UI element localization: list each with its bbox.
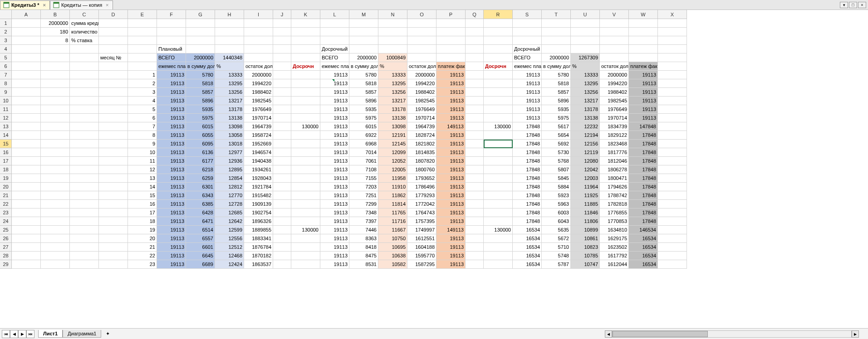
cell[interactable]: 5963 bbox=[542, 200, 571, 208]
cell[interactable]: 1779293 bbox=[407, 191, 436, 200]
cell[interactable]: 19113 bbox=[513, 88, 542, 97]
cell[interactable] bbox=[128, 28, 157, 36]
cell[interactable]: 1267309 bbox=[571, 53, 600, 62]
cell[interactable] bbox=[484, 165, 513, 174]
cell[interactable]: 19113 bbox=[157, 114, 186, 122]
row-header[interactable]: 24 bbox=[0, 217, 12, 226]
cell[interactable]: 1749997 bbox=[407, 226, 436, 234]
cell[interactable]: 1976649 bbox=[244, 105, 273, 114]
cell[interactable]: 1982545 bbox=[600, 97, 629, 105]
cell[interactable] bbox=[273, 97, 291, 105]
cell[interactable]: 17848 bbox=[629, 217, 658, 226]
column-header[interactable]: P bbox=[436, 10, 466, 19]
cell[interactable] bbox=[291, 165, 320, 174]
cell[interactable] bbox=[215, 36, 244, 45]
cell[interactable]: 1946574 bbox=[244, 148, 273, 157]
column-header[interactable]: S bbox=[513, 10, 542, 19]
cell[interactable]: 16534 bbox=[629, 234, 658, 243]
cell[interactable] bbox=[70, 71, 99, 79]
cell[interactable]: ежемес платеж bbox=[157, 62, 186, 71]
cell[interactable] bbox=[70, 165, 99, 174]
cell[interactable] bbox=[215, 28, 244, 36]
cell[interactable]: 17848 bbox=[513, 183, 542, 191]
cell[interactable] bbox=[658, 79, 687, 88]
cell[interactable] bbox=[215, 19, 244, 28]
cell[interactable]: 5807 bbox=[542, 165, 571, 174]
row-header[interactable]: 22 bbox=[0, 200, 12, 208]
cell[interactable]: 1623502 bbox=[600, 243, 629, 252]
cell[interactable] bbox=[99, 191, 128, 200]
cell[interactable] bbox=[291, 260, 320, 269]
cell[interactable] bbox=[658, 200, 687, 208]
cell[interactable]: 17848 bbox=[629, 174, 658, 183]
cell[interactable] bbox=[466, 157, 484, 165]
cell[interactable] bbox=[41, 97, 70, 105]
column-header[interactable]: T bbox=[542, 10, 571, 19]
cell[interactable]: 10899 bbox=[571, 226, 600, 234]
cell[interactable]: 17848 bbox=[629, 183, 658, 191]
cell[interactable]: 13058 bbox=[215, 131, 244, 140]
row-header[interactable]: 1 bbox=[0, 19, 12, 28]
row-header[interactable]: 15 bbox=[0, 140, 12, 148]
column-header[interactable]: D bbox=[99, 10, 128, 19]
cell[interactable]: 19113 bbox=[513, 79, 542, 88]
cell[interactable] bbox=[273, 208, 291, 217]
cell[interactable]: 7299 bbox=[349, 200, 378, 208]
row-header[interactable]: 5 bbox=[0, 53, 12, 62]
cell[interactable]: 11958 bbox=[378, 174, 407, 183]
cell[interactable]: 19113 bbox=[436, 105, 466, 114]
cell[interactable]: Досрочн bbox=[291, 62, 320, 71]
cell[interactable]: 13217 bbox=[571, 97, 600, 105]
cell[interactable] bbox=[273, 105, 291, 114]
cell[interactable] bbox=[658, 183, 687, 191]
cell[interactable]: 16 bbox=[128, 200, 157, 208]
cell[interactable]: 19113 bbox=[436, 208, 466, 217]
cell[interactable]: Досрочный 2 bbox=[513, 45, 542, 53]
cell[interactable] bbox=[571, 36, 600, 45]
cell[interactable] bbox=[70, 260, 99, 269]
cell[interactable]: 6557 bbox=[186, 234, 215, 243]
cell[interactable]: 5710 bbox=[542, 243, 571, 252]
cell[interactable]: 19113 bbox=[157, 226, 186, 234]
column-header[interactable]: X bbox=[658, 10, 687, 19]
cell[interactable]: 19113 bbox=[436, 165, 466, 174]
cell[interactable]: 19113 bbox=[157, 88, 186, 97]
cell[interactable] bbox=[99, 252, 128, 260]
cell[interactable] bbox=[466, 165, 484, 174]
cell[interactable]: 19113 bbox=[320, 191, 349, 200]
cell[interactable]: 1812046 bbox=[600, 157, 629, 165]
cell[interactable] bbox=[12, 97, 41, 105]
cell[interactable] bbox=[12, 165, 41, 174]
cell[interactable]: 13333 bbox=[215, 71, 244, 79]
cell[interactable]: 9 bbox=[128, 140, 157, 148]
cell[interactable]: 13295 bbox=[215, 79, 244, 88]
cell[interactable] bbox=[513, 36, 542, 45]
cell[interactable] bbox=[658, 140, 687, 148]
cell[interactable] bbox=[484, 148, 513, 157]
cell[interactable] bbox=[407, 53, 436, 62]
cell[interactable]: 12728 bbox=[215, 200, 244, 208]
cell[interactable]: 147848 bbox=[629, 122, 658, 131]
row-header[interactable]: 25 bbox=[0, 226, 12, 234]
cell[interactable]: 19113 bbox=[320, 148, 349, 157]
cell[interactable]: 19113 bbox=[320, 71, 349, 79]
cell[interactable] bbox=[466, 97, 484, 105]
cell[interactable]: 11964 bbox=[571, 183, 600, 191]
cell[interactable]: 22 bbox=[128, 252, 157, 260]
cell[interactable] bbox=[244, 45, 273, 53]
cell[interactable] bbox=[407, 28, 436, 36]
cell[interactable]: 17848 bbox=[513, 200, 542, 208]
cell[interactable]: 1988402 bbox=[244, 88, 273, 97]
cell[interactable]: 5857 bbox=[186, 88, 215, 97]
cell[interactable]: 1970714 bbox=[244, 114, 273, 122]
cell[interactable]: 16534 bbox=[629, 243, 658, 252]
cell[interactable]: 21 bbox=[128, 243, 157, 252]
cell[interactable]: 7014 bbox=[349, 148, 378, 157]
cell[interactable] bbox=[157, 28, 186, 36]
cell[interactable] bbox=[484, 157, 513, 165]
cell[interactable] bbox=[629, 45, 658, 53]
cell[interactable] bbox=[484, 243, 513, 252]
cell[interactable]: 12812 bbox=[215, 183, 244, 191]
cell[interactable]: 1821802 bbox=[407, 140, 436, 148]
cell[interactable] bbox=[70, 226, 99, 234]
